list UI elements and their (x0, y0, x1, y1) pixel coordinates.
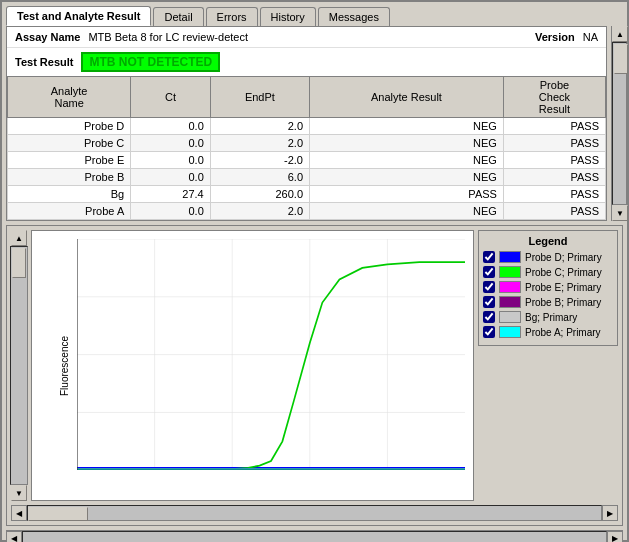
table-row: Probe C 0.0 2.0 NEG PASS (8, 135, 606, 152)
legend-checkbox[interactable] (483, 281, 495, 293)
y-axis-label: Fluorescence (59, 336, 70, 396)
legend-color (499, 296, 521, 308)
legend-color (499, 311, 521, 323)
table-row: Probe A 0.0 2.0 NEG PASS (8, 203, 606, 220)
upper-content: Assay Name MTB Beta 8 for LC review-dete… (2, 26, 611, 221)
legend-title: Legend (483, 235, 613, 247)
test-result-row: Test Result MTB NOT DETECTED (7, 48, 606, 76)
test-result-value: MTB NOT DETECTED (81, 52, 220, 72)
col-endpt: EndPt (210, 77, 309, 118)
cell-ct: 0.0 (131, 169, 211, 186)
legend-panel: Legend Probe D; Primary Probe C; Primary… (478, 230, 618, 501)
h-scroll-track[interactable] (27, 505, 602, 521)
cell-probe: PASS (503, 186, 605, 203)
legend-label: Probe E; Primary (525, 282, 601, 293)
chart-scroll-track[interactable] (10, 246, 28, 485)
cell-endpt: -2.0 (210, 152, 309, 169)
cell-probe: PASS (503, 169, 605, 186)
legend-color (499, 326, 521, 338)
assay-name-label: Assay Name (15, 31, 80, 43)
legend-checkbox[interactable] (483, 311, 495, 323)
main-window: Test and Analyte Result Detail Errors Hi… (0, 0, 629, 542)
legend-label: Probe B; Primary (525, 297, 601, 308)
cell-result: NEG (310, 169, 504, 186)
cell-ct: 0.0 (131, 203, 211, 220)
legend-box: Legend Probe D; Primary Probe C; Primary… (478, 230, 618, 346)
upper-section: Assay Name MTB Beta 8 for LC review-dete… (2, 26, 627, 221)
scroll-thumb[interactable] (614, 44, 628, 74)
chart-v-scrollbar[interactable]: ▲ ▼ (11, 230, 27, 501)
h-scroll-thumb[interactable] (28, 507, 88, 521)
test-result-label: Test Result (15, 56, 73, 68)
cell-probe: PASS (503, 203, 605, 220)
scroll-up-button[interactable]: ▲ (612, 26, 628, 42)
bottom-scroll-left[interactable]: ◀ (6, 531, 22, 542)
cell-endpt: 6.0 (210, 169, 309, 186)
cell-endpt: 260.0 (210, 186, 309, 203)
scroll-right-button[interactable]: ▶ (602, 505, 618, 521)
table-row: Probe E 0.0 -2.0 NEG PASS (8, 152, 606, 169)
legend-item: Bg; Primary (483, 311, 613, 323)
cell-endpt: 2.0 (210, 135, 309, 152)
legend-checkbox[interactable] (483, 296, 495, 308)
legend-color (499, 266, 521, 278)
cell-analyte-name: Probe E (8, 152, 131, 169)
version-value: NA (583, 31, 598, 43)
cell-analyte-name: Bg (8, 186, 131, 203)
upper-panel: Assay Name MTB Beta 8 for LC review-dete… (6, 26, 607, 221)
legend-label: Probe D; Primary (525, 252, 602, 263)
legend-item: Probe B; Primary (483, 296, 613, 308)
cell-result: NEG (310, 118, 504, 135)
cell-endpt: 2.0 (210, 118, 309, 135)
col-analyte-name: AnalyteName (8, 77, 131, 118)
table-row: Probe B 0.0 6.0 NEG PASS (8, 169, 606, 186)
tab-bar: Test and Analyte Result Detail Errors Hi… (2, 2, 627, 26)
cell-result: NEG (310, 203, 504, 220)
col-probe-check: ProbeCheckResult (503, 77, 605, 118)
tab-messages[interactable]: Messages (318, 7, 390, 26)
chart-scroll-down[interactable]: ▼ (11, 485, 27, 501)
cell-probe: PASS (503, 118, 605, 135)
cell-ct: 0.0 (131, 135, 211, 152)
cell-ct: 27.4 (131, 186, 211, 203)
bottom-scrollbar[interactable]: ◀ ▶ (6, 530, 623, 542)
legend-checkbox[interactable] (483, 251, 495, 263)
h-scrollbar[interactable]: ◀ ▶ (11, 505, 618, 521)
scroll-track[interactable] (612, 42, 627, 205)
legend-label: Probe C; Primary (525, 267, 602, 278)
legend-item: Probe C; Primary (483, 266, 613, 278)
col-analyte-result: Analyte Result (310, 77, 504, 118)
upper-scrollbar[interactable]: ▲ ▼ (611, 26, 627, 221)
cell-result: NEG (310, 135, 504, 152)
legend-item: Probe E; Primary (483, 281, 613, 293)
tab-detail[interactable]: Detail (153, 7, 203, 26)
tab-test-analyte[interactable]: Test and Analyte Result (6, 6, 151, 26)
tab-history[interactable]: History (260, 7, 316, 26)
cell-probe: PASS (503, 152, 605, 169)
bottom-scroll-track[interactable] (22, 531, 607, 542)
scroll-down-button[interactable]: ▼ (612, 205, 628, 221)
cell-analyte-name: Probe B (8, 169, 131, 186)
chart-scroll-up[interactable]: ▲ (11, 230, 27, 246)
chart-area: ▲ ▼ Fluorescence (7, 226, 622, 505)
lower-panel: ▲ ▼ Fluorescence (6, 225, 623, 526)
cell-ct: 0.0 (131, 152, 211, 169)
legend-item: Probe A; Primary (483, 326, 613, 338)
legend-color (499, 281, 521, 293)
chart-scroll-thumb[interactable] (12, 248, 26, 278)
bottom-scroll-right[interactable]: ▶ (607, 531, 623, 542)
assay-name-value: MTB Beta 8 for LC review-detect (88, 31, 248, 43)
assay-row: Assay Name MTB Beta 8 for LC review-dete… (7, 27, 606, 48)
legend-label: Probe A; Primary (525, 327, 601, 338)
legend-checkbox[interactable] (483, 266, 495, 278)
scroll-left-button[interactable]: ◀ (11, 505, 27, 521)
cell-result: NEG (310, 152, 504, 169)
legend-checkbox[interactable] (483, 326, 495, 338)
cell-ct: 0.0 (131, 118, 211, 135)
table-row: Bg 27.4 260.0 PASS PASS (8, 186, 606, 203)
legend-item: Probe D; Primary (483, 251, 613, 263)
tab-errors[interactable]: Errors (206, 7, 258, 26)
legend-color (499, 251, 521, 263)
cell-analyte-name: Probe D (8, 118, 131, 135)
cell-analyte-name: Probe A (8, 203, 131, 220)
